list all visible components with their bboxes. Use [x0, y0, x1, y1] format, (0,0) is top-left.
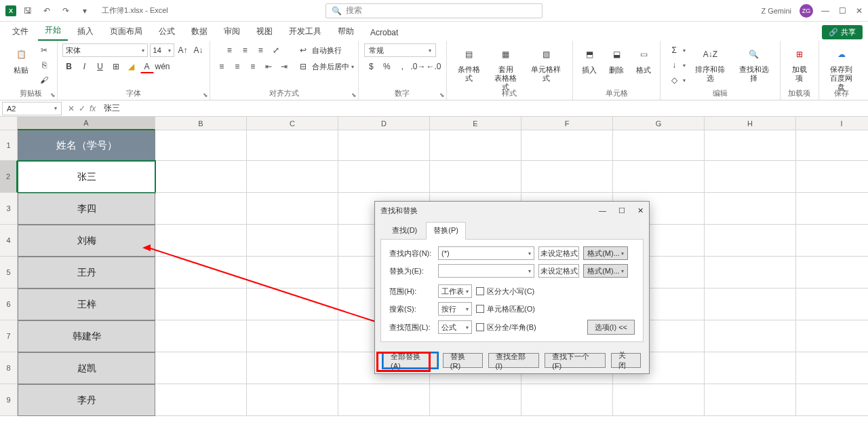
- dialog-close-icon[interactable]: ✕: [637, 206, 644, 215]
- minimize-icon[interactable]: —: [821, 6, 829, 16]
- col-header-I[interactable]: I: [796, 117, 868, 130]
- font-size-select[interactable]: 14▾: [150, 43, 174, 57]
- cell-empty[interactable]: [247, 288, 338, 320]
- tab-dev[interactable]: 开发工具: [282, 22, 328, 41]
- replace-format-button[interactable]: 格式(M)...▾: [583, 264, 628, 278]
- replace-all-button[interactable]: 全部替换(A): [383, 353, 437, 368]
- redo-icon[interactable]: ↷: [58, 3, 73, 18]
- copy-icon[interactable]: ⎘: [37, 58, 51, 72]
- dialog-titlebar[interactable]: 查找和替换 — ☐ ✕: [375, 202, 649, 219]
- cell-empty[interactable]: [796, 320, 868, 352]
- tab-view[interactable]: 视图: [250, 22, 279, 41]
- addins-button[interactable]: ⊞加载项: [787, 43, 812, 84]
- cell-empty[interactable]: [155, 384, 247, 416]
- align-top-icon[interactable]: ≡: [222, 43, 236, 57]
- match-case-checkbox[interactable]: 区分大小写(C): [476, 286, 534, 297]
- cell-data[interactable]: 李丹: [18, 384, 155, 416]
- align-left-icon[interactable]: ≡: [215, 60, 229, 73]
- percent-icon[interactable]: %: [380, 60, 393, 73]
- dialog-maximize-icon[interactable]: ☐: [618, 206, 625, 215]
- indent-dec-icon[interactable]: ⇤: [262, 60, 275, 73]
- number-format-select[interactable]: 常规▾: [364, 43, 436, 57]
- delete-cells-button[interactable]: ⬓删除: [606, 43, 627, 77]
- cell-empty[interactable]: [247, 225, 338, 257]
- cell-empty[interactable]: [155, 161, 247, 193]
- match-width-checkbox[interactable]: 区分全/半角(B): [476, 322, 536, 333]
- dialog-tab-find[interactable]: 查找(D): [384, 222, 425, 239]
- share-button[interactable]: 🔗 共享: [822, 25, 863, 39]
- match-cell-checkbox[interactable]: 单元格匹配(O): [476, 304, 535, 314]
- cut-icon[interactable]: ✂: [37, 43, 51, 57]
- insert-cells-button[interactable]: ⬒插入: [578, 43, 600, 77]
- cell-empty[interactable]: [521, 161, 613, 193]
- cell-data[interactable]: 刘梅: [18, 225, 155, 257]
- cell-empty[interactable]: [796, 257, 868, 288]
- tab-formulas[interactable]: 公式: [152, 22, 182, 41]
- font-name-select[interactable]: 宋体▾: [62, 43, 148, 57]
- cell-empty[interactable]: [430, 161, 521, 193]
- cell-empty[interactable]: [155, 225, 247, 257]
- fill-icon[interactable]: ↓: [667, 58, 681, 72]
- row-header-6[interactable]: 6: [0, 288, 18, 320]
- currency-icon[interactable]: $: [364, 60, 378, 73]
- cell-styles-button[interactable]: ▧单元格样式: [527, 43, 566, 84]
- cell-empty[interactable]: [705, 257, 796, 288]
- qat-dropdown[interactable]: ▾: [77, 3, 92, 18]
- undo-icon[interactable]: ↶: [39, 3, 54, 18]
- maximize-icon[interactable]: ☐: [839, 6, 846, 16]
- close-icon[interactable]: ✕: [856, 6, 863, 16]
- name-box[interactable]: A2▾: [2, 102, 62, 115]
- cell-empty[interactable]: [155, 257, 247, 288]
- cell-empty[interactable]: [155, 193, 247, 225]
- cell-empty[interactable]: [705, 193, 796, 225]
- col-header-A[interactable]: A: [18, 117, 155, 130]
- cell-empty[interactable]: [613, 130, 705, 161]
- tab-home[interactable]: 开始: [38, 20, 68, 41]
- cell-empty[interactable]: [430, 130, 521, 161]
- dialog-minimize-icon[interactable]: —: [599, 206, 606, 215]
- find-format-button[interactable]: 格式(M)...▾: [583, 246, 628, 260]
- cell-empty[interactable]: [155, 352, 247, 384]
- cell-empty[interactable]: [247, 161, 338, 193]
- cond-format-button[interactable]: ▤条件格式: [454, 43, 485, 84]
- user-avatar[interactable]: ZG: [800, 4, 813, 18]
- italic-button[interactable]: I: [78, 60, 92, 73]
- row-header-4[interactable]: 4: [0, 225, 18, 257]
- find-next-button[interactable]: 查找下一个(F): [545, 353, 606, 368]
- phonetic-button[interactable]: wén: [156, 60, 170, 73]
- cell-empty[interactable]: [705, 130, 796, 161]
- cell-empty[interactable]: [247, 130, 338, 161]
- clipboard-launcher-icon[interactable]: ⬊: [50, 92, 56, 98]
- indent-inc-icon[interactable]: ⇥: [277, 60, 291, 73]
- align-center-icon[interactable]: ≡: [231, 60, 244, 73]
- col-header-G[interactable]: G: [613, 117, 705, 130]
- paste-button[interactable]: 📋 粘贴: [10, 43, 32, 77]
- decrease-font-icon[interactable]: A↓: [192, 43, 205, 57]
- cell-empty[interactable]: [521, 130, 613, 161]
- tab-review[interactable]: 审阅: [217, 22, 247, 41]
- fill-color-button[interactable]: ◢: [125, 60, 138, 73]
- orientation-icon[interactable]: ⤢: [269, 43, 283, 57]
- table-format-button[interactable]: ▦套用 表格格式: [490, 43, 521, 94]
- font-launcher-icon[interactable]: ⬊: [203, 92, 208, 98]
- row-header-7[interactable]: 7: [0, 320, 18, 352]
- tab-help[interactable]: 帮助: [331, 22, 361, 41]
- sort-filter-button[interactable]: A↓Z排序和筛选: [691, 43, 729, 84]
- row-header-3[interactable]: 3: [0, 193, 18, 225]
- comma-icon[interactable]: ,: [395, 60, 409, 73]
- align-launcher-icon[interactable]: ⬊: [351, 92, 357, 98]
- row-header-9[interactable]: 9: [0, 384, 18, 416]
- increase-font-icon[interactable]: A↑: [176, 43, 190, 57]
- replace-input[interactable]: ▾: [438, 264, 534, 278]
- cell-data[interactable]: 张三: [18, 161, 155, 193]
- tab-data[interactable]: 数据: [184, 22, 214, 41]
- font-color-button[interactable]: A: [140, 60, 154, 73]
- cell-empty[interactable]: [247, 193, 338, 225]
- confirm-fx-icon[interactable]: ✓: [79, 104, 85, 113]
- cell-data[interactable]: 韩建华: [18, 320, 155, 352]
- dialog-tab-replace[interactable]: 替换(P): [426, 222, 466, 240]
- cell-empty[interactable]: [796, 225, 868, 257]
- cell-empty[interactable]: [705, 320, 796, 352]
- underline-button[interactable]: U: [94, 60, 107, 73]
- autosum-icon[interactable]: Σ: [667, 43, 681, 57]
